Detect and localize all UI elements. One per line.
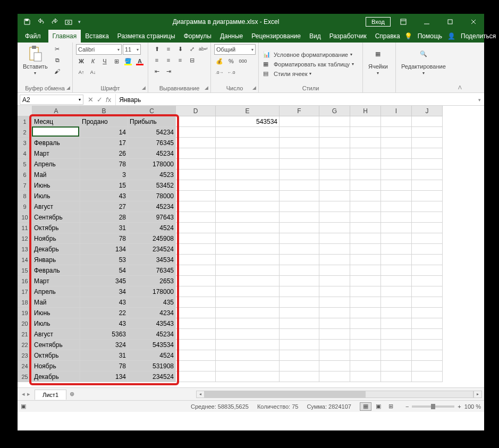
cell[interactable] (319, 308, 350, 318)
row-header[interactable]: 14 (18, 255, 32, 265)
cell[interactable] (280, 127, 319, 138)
decrease-font-icon[interactable]: A↓ (88, 67, 98, 77)
cell[interactable] (412, 265, 443, 276)
cell[interactable] (176, 350, 216, 361)
cell[interactable] (176, 127, 216, 138)
cell[interactable] (280, 233, 319, 244)
cell[interactable]: 435 (128, 297, 176, 308)
cell[interactable] (176, 276, 216, 286)
cell[interactable] (412, 318, 443, 329)
cell[interactable] (350, 371, 381, 382)
cell[interactable] (280, 350, 319, 361)
cell[interactable] (412, 170, 443, 180)
cell[interactable] (381, 361, 412, 371)
cell[interactable] (176, 308, 216, 318)
row-header[interactable]: 1 (18, 116, 32, 127)
column-header[interactable]: E (216, 106, 280, 116)
cell[interactable]: Февраль (32, 265, 80, 276)
page-break-view-icon[interactable]: ⊞ (385, 402, 397, 411)
row-header[interactable]: 23 (18, 350, 32, 361)
cell[interactable] (412, 371, 443, 382)
editing-button[interactable]: 🔍Редактирование▾ (399, 44, 448, 77)
enter-formula-icon[interactable]: ✓ (97, 96, 103, 104)
cell[interactable] (350, 244, 381, 255)
cell[interactable] (176, 138, 216, 148)
cell[interactable] (319, 255, 350, 265)
record-macro-icon[interactable]: ▣ (21, 403, 26, 410)
cell[interactable] (176, 371, 216, 382)
cell[interactable] (216, 127, 280, 138)
cell[interactable] (381, 223, 412, 233)
row-header[interactable]: 24 (18, 361, 32, 371)
cell[interactable] (319, 138, 350, 148)
cell[interactable] (280, 286, 319, 297)
zoom-slider[interactable] (412, 405, 454, 408)
cell[interactable] (381, 265, 412, 276)
cell[interactable]: Сентябрь (32, 340, 80, 350)
cell[interactable] (176, 116, 216, 127)
cell[interactable] (412, 116, 443, 127)
cell[interactable] (176, 255, 216, 265)
row-header[interactable]: 3 (18, 138, 32, 148)
number-format-combo[interactable]: Общий▾ (214, 44, 256, 55)
cell[interactable] (350, 329, 381, 340)
cell[interactable]: 76345 (128, 265, 176, 276)
cell[interactable] (350, 127, 381, 138)
cell[interactable] (412, 138, 443, 148)
cell[interactable] (350, 201, 381, 212)
cell[interactable]: Сентябрь (32, 212, 80, 223)
cell[interactable] (381, 127, 412, 138)
cell[interactable] (280, 361, 319, 371)
camera-icon[interactable] (64, 18, 73, 26)
cell[interactable] (319, 223, 350, 233)
cell[interactable] (350, 212, 381, 223)
cell[interactable] (381, 244, 412, 255)
align-right-icon[interactable]: ≡ (175, 55, 185, 65)
tab-review[interactable]: Рецензирование (247, 30, 305, 43)
cell[interactable]: 245908 (128, 233, 176, 244)
cell[interactable] (280, 223, 319, 233)
tab-data[interactable]: Данные (216, 30, 247, 43)
select-all-corner[interactable] (18, 106, 32, 116)
cell[interactable]: 31 (80, 350, 128, 361)
cell[interactable] (216, 329, 280, 340)
column-header[interactable]: H (350, 106, 381, 116)
tell-me[interactable]: Помощь (415, 32, 445, 40)
cell-styles-button[interactable]: ▤Стили ячеек▾ (262, 70, 312, 78)
row-header[interactable]: 19 (18, 308, 32, 318)
cell[interactable] (280, 340, 319, 350)
cell[interactable] (381, 255, 412, 265)
cell[interactable]: 54 (80, 265, 128, 276)
cell[interactable]: Июль (32, 318, 80, 329)
cell[interactable]: 45234 (128, 329, 176, 340)
cell[interactable] (319, 350, 350, 361)
cell[interactable] (350, 276, 381, 286)
cell[interactable] (176, 329, 216, 340)
cell[interactable] (350, 265, 381, 276)
cell[interactable] (319, 127, 350, 138)
cell[interactable] (412, 244, 443, 255)
cell[interactable]: 178000 (128, 159, 176, 170)
cell[interactable] (280, 276, 319, 286)
column-header[interactable]: F (280, 106, 319, 116)
cell[interactable] (381, 138, 412, 148)
column-header[interactable]: I (381, 106, 412, 116)
normal-view-icon[interactable]: ▦ (360, 402, 371, 411)
cell[interactable] (280, 255, 319, 265)
decrease-decimal-icon[interactable]: ←.0 (226, 67, 236, 77)
number-launcher[interactable]: ◢ (252, 85, 256, 90)
cell[interactable] (350, 191, 381, 201)
cell[interactable] (381, 329, 412, 340)
cell[interactable] (381, 371, 412, 382)
cells-button[interactable]: ▦Ячейки▾ (366, 44, 390, 77)
cell[interactable] (176, 244, 216, 255)
cell[interactable]: 234524 (128, 371, 176, 382)
bold-button[interactable]: Ж (76, 56, 87, 66)
cell[interactable]: 43 (80, 191, 128, 201)
column-header[interactable]: B (80, 106, 128, 116)
alignment-launcher[interactable]: ◢ (205, 85, 208, 90)
font-color-button[interactable]: А (134, 56, 145, 66)
cell[interactable] (319, 371, 350, 382)
row-header[interactable]: 2 (18, 127, 32, 138)
cell[interactable] (176, 233, 216, 244)
